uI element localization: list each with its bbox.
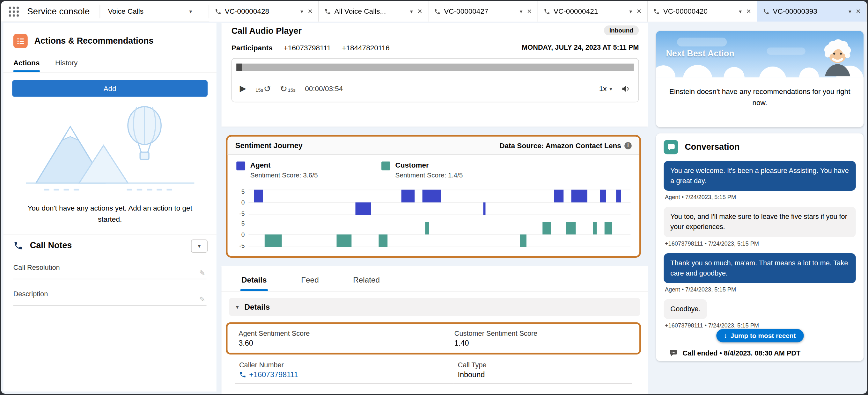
tab-actions[interactable]: Actions — [13, 59, 40, 72]
einstein-illustration — [816, 35, 859, 76]
agent-sentiment-bar — [355, 202, 371, 215]
chevron-down-icon[interactable]: ▾ — [629, 8, 632, 14]
audio-player: ▶ 15s↺ ↻15s 00:00/03:54 1x ▾ — [231, 58, 639, 102]
tab-label: VC-00000393 — [773, 7, 817, 15]
message-meta: Agent • 7/24/2023, 5:15 PM — [665, 286, 856, 292]
inbound-badge: Inbound — [603, 26, 639, 35]
message-agent: You are welcome. It's been a pleasure As… — [663, 161, 856, 200]
playback-speed-button[interactable]: 1x ▾ — [599, 85, 612, 93]
skip-label: 15s — [288, 87, 296, 92]
agent-sentiment-bar — [571, 190, 587, 202]
customer-sentiment-bar — [543, 222, 551, 234]
field-value: Inbound — [458, 370, 607, 379]
conversation-header: Conversation — [663, 140, 740, 154]
legend-score: Sentiment Score: 3.6/5 — [250, 171, 318, 179]
console-tab-All Voice Calls...[interactable]: All Voice Calls...▾✕ — [319, 1, 429, 21]
panel-title: Actions & Recommendations — [34, 36, 154, 46]
call-type-field: Call TypeInbound — [454, 361, 632, 384]
message-bubble: Thank you so much, ma'am. That means a l… — [663, 253, 856, 283]
play-button[interactable]: ▶ — [240, 84, 246, 93]
tab-label: VC-00000427 — [444, 7, 488, 15]
tab-feed[interactable]: Feed — [300, 275, 320, 291]
close-icon[interactable]: ✕ — [527, 8, 532, 15]
message-bubble: You too, and I'll make sure to leave the… — [663, 207, 856, 237]
panel-header: Actions & Recommendations — [13, 34, 154, 48]
tab-details[interactable]: Details — [240, 275, 268, 291]
customer-sentiment-bar — [378, 234, 388, 247]
description-field[interactable]: Description ✎ — [13, 289, 207, 306]
legend-score: Sentiment Score: 1.4/5 — [395, 171, 463, 179]
fields-row: Caller Number+16073798111 Call TypeInbou… — [235, 361, 632, 384]
caller-number-link[interactable]: +16073798111 — [239, 370, 428, 379]
field-value: 3.60 — [239, 339, 450, 347]
console-tab-VC-00000428[interactable]: VC-00000428▾✕ — [209, 1, 319, 21]
console-tab-VC-00000393[interactable]: VC-00000393▾✕ — [757, 1, 867, 21]
message-customer: You too, and I'll make sure to leave the… — [663, 207, 856, 246]
close-icon[interactable]: ✕ — [856, 8, 861, 15]
details-section-header[interactable]: ▾ Details — [229, 298, 640, 316]
conversation-messages: You are welcome. It's been a pleasure As… — [663, 161, 856, 335]
participants-label: Participants — [231, 44, 273, 52]
nav-dropdown-label: Voice Calls — [108, 7, 144, 15]
participant-number: +16073798111 — [284, 44, 331, 52]
chevron-down-icon[interactable]: ▾ — [300, 8, 303, 14]
call-ended-text: Call ended • 8/4/2023. 08:30 AM PDT — [682, 349, 800, 357]
agent-sentiment-bar — [484, 202, 486, 215]
legend-text: CustomerSentiment Score: 1.4/5 — [395, 161, 463, 179]
call-resolution-field[interactable]: Call Resolution ✎ — [13, 263, 207, 279]
participants-row: Participants +16073798111 +18447820116 — [231, 44, 390, 52]
console-tab-VC-00000427[interactable]: VC-00000427▾✕ — [429, 1, 538, 21]
card-title: Call Audio Player — [231, 26, 302, 36]
message-customer: Goodbye.+16073798111 • 7/24/2023, 5:15 P… — [663, 299, 856, 328]
edit-pencil-icon[interactable]: ✎ — [199, 295, 205, 304]
down-arrow-icon: ↓ — [724, 332, 727, 339]
record-details-card: DetailsFeedRelated ▾ Details Agent Senti… — [221, 266, 648, 394]
object-nav-dropdown[interactable]: Voice Calls ▾ — [100, 1, 199, 21]
volume-icon[interactable] — [621, 84, 631, 93]
sentiment-journey-header: Sentiment Journey Data Source: Amazon Co… — [227, 137, 639, 155]
field-label: Caller Number — [239, 361, 428, 369]
tab-related[interactable]: Related — [352, 275, 381, 291]
chevron-down-icon[interactable]: ▾ — [410, 8, 413, 14]
right-sidebar: Next Best Action Einstein doesn't have a… — [656, 23, 864, 394]
close-icon[interactable]: ✕ — [308, 8, 313, 15]
customer-sentiment-bar — [566, 222, 576, 234]
actions-history-tabs: ActionsHistory — [3, 54, 216, 72]
y-tick: 0 — [241, 231, 245, 238]
app-launcher-icon[interactable] — [9, 6, 19, 16]
agent-sentiment-plot — [248, 190, 630, 215]
skip-label: 15s — [255, 87, 263, 92]
legend-name: Customer — [395, 161, 463, 169]
call-audio-player-card: Call Audio Player Inbound Participants +… — [221, 23, 648, 127]
call-notes-menu-button[interactable]: ▼ — [191, 239, 208, 253]
console-tab-VC-00000420[interactable]: VC-00000420▾✕ — [648, 1, 757, 21]
console-tabstrip: VC-00000428▾✕All Voice Calls...▾✕VC-0000… — [209, 1, 867, 21]
seek-bar[interactable] — [236, 64, 633, 71]
tab-label: All Voice Calls... — [334, 7, 386, 15]
tab-history[interactable]: History — [55, 59, 78, 72]
jump-to-most-recent-button[interactable]: ↓ Jump to most recent — [716, 329, 803, 342]
close-icon[interactable]: ✕ — [746, 8, 751, 15]
add-action-button[interactable]: Add — [12, 80, 208, 97]
chevron-down-icon[interactable]: ▾ — [739, 8, 742, 14]
edit-pencil-icon[interactable]: ✎ — [199, 269, 205, 277]
sentiment-journey-panel: Sentiment Journey Data Source: Amazon Co… — [226, 135, 641, 258]
close-icon[interactable]: ✕ — [417, 8, 423, 15]
console-tab-VC-00000421[interactable]: VC-00000421▾✕ — [538, 1, 648, 21]
agent-sentiment-bar — [401, 190, 415, 202]
empty-actions-illustration — [21, 100, 199, 198]
agent-sentiment-bar — [422, 190, 441, 202]
chevron-down-icon: ▾ — [189, 8, 192, 14]
chevron-down-icon[interactable]: ▾ — [848, 8, 851, 14]
legend-text: AgentSentiment Score: 3.6/5 — [250, 161, 318, 179]
section-title: Details — [244, 303, 270, 311]
info-icon[interactable]: i — [624, 142, 632, 149]
legend-customer: CustomerSentiment Score: 1.4/5 — [381, 161, 526, 179]
close-icon[interactable]: ✕ — [637, 8, 642, 15]
chevron-down-icon[interactable]: ▾ — [520, 8, 523, 14]
message-meta: +16073798111 • 7/24/2023, 5:15 PM — [665, 240, 856, 246]
player-controls: ▶ 15s↺ ↻15s 00:00/03:54 1x ▾ — [240, 79, 631, 97]
tab-label: VC-00000421 — [554, 7, 598, 15]
forward-15-button[interactable]: ↻15s — [280, 83, 296, 94]
rewind-15-button[interactable]: 15s↺ — [255, 83, 271, 94]
